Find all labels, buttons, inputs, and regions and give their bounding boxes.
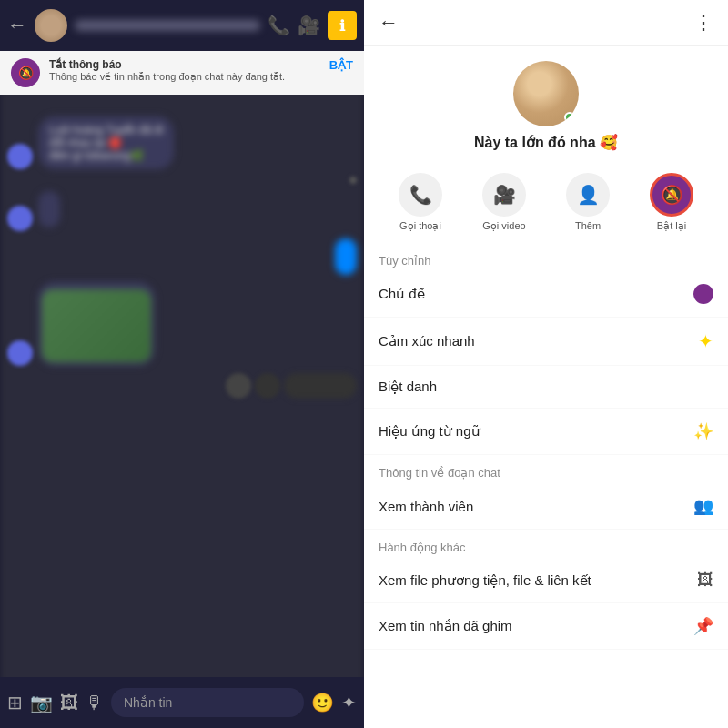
add-icon-circle: 👤: [566, 173, 610, 217]
call-icon: 📞: [410, 184, 432, 206]
xem-tv-label: Xem thành viên: [379, 499, 473, 514]
notif-desc: Thông báo về tin nhắn trong đoạn chat nà…: [49, 71, 320, 83]
menu-item-xem-tv[interactable]: Xem thành viên 👥: [364, 483, 728, 530]
message-bubble-3: [7, 238, 357, 275]
profile-name: Này ta lớn đó nha 🥰: [474, 134, 618, 151]
xem-file-label: Xem file phương tiện, file & liên kết: [379, 572, 592, 589]
info-button[interactable]: ℹ: [328, 11, 357, 40]
photo-icon[interactable]: 🖼: [60, 693, 78, 713]
info-label: ℹ: [339, 17, 345, 35]
input-placeholder: Nhắn tin: [124, 695, 172, 710]
top-bar-left: ← 📞 🎥 ℹ: [0, 0, 364, 51]
bubble-text: Luôi hoàng Tuyển đã điđổi nhau lại 🔴điên…: [38, 116, 174, 169]
camera-icon[interactable]: 📷: [30, 692, 53, 713]
people-icon: 👥: [693, 496, 713, 516]
top-icons: 📞 🎥 ℹ: [268, 11, 357, 40]
notif-icon: 🔕: [11, 58, 40, 87]
purple-dot-icon: [693, 284, 713, 304]
image-icon: 🖼: [697, 571, 713, 590]
mute-icon-circle: 🔕: [650, 173, 693, 217]
menu-item-chu-de[interactable]: Chủ đề: [364, 271, 728, 318]
add-person-icon: 👤: [577, 184, 600, 206]
video-icon: 🎥: [493, 184, 516, 206]
bottom-bar: ⊞ 📷 🖼 🎙 Nhắn tin 🙂 ✦: [0, 677, 364, 728]
online-indicator: [564, 112, 575, 123]
profile-avatar: [513, 61, 579, 126]
contact-avatar: [35, 9, 67, 42]
right-back-button[interactable]: ←: [379, 11, 399, 35]
video-icon[interactable]: 🎥: [298, 15, 320, 36]
menu-item-cam-xuc[interactable]: Cảm xúc nhanh ✦: [364, 318, 728, 366]
mute-action-button[interactable]: 🔕 Bật lại: [650, 173, 693, 232]
back-button[interactable]: ←: [7, 14, 27, 37]
chu-de-label: Chủ đề: [379, 286, 425, 302]
message-bubble: Luôi hoàng Tuyển đã điđổi nhau lại 🔴điên…: [7, 116, 357, 169]
section-header-hanh-dong: Hành động khác: [364, 530, 728, 558]
message-bubble-4: [7, 282, 357, 366]
notif-title: Tắt thông báo: [49, 58, 320, 71]
right-panel: ← ⋮ Này ta lớn đó nha 🥰 📞 Gọi thoại 🎥 Gọ…: [364, 0, 728, 728]
emoji-button[interactable]: 🙂: [311, 692, 334, 713]
add-label: Thêm: [575, 220, 601, 231]
notification-bar: 🔕 Tắt thông báo Thông báo về tin nhắn tr…: [0, 51, 364, 95]
mute-icon: 🔕: [661, 184, 683, 206]
menu-item-xem-ghim[interactable]: Xem tin nhắn đã ghim 📌: [364, 603, 728, 650]
profile-section: Này ta lớn đó nha 🥰: [364, 46, 728, 162]
message-bubble-2: [7, 191, 357, 231]
video-icon-circle: 🎥: [482, 173, 526, 217]
call-label: Gọi thoại: [399, 220, 441, 232]
word-effect-icon: ✨: [693, 421, 713, 441]
right-top-bar: ← ⋮: [364, 0, 728, 46]
left-panel: ← 📞 🎥 ℹ 🔕 Tắt thông báo Thông báo về tin…: [0, 0, 364, 728]
video-action-button[interactable]: 🎥 Gọi video: [482, 173, 526, 232]
notif-toggle-button[interactable]: BẬT: [329, 58, 353, 72]
hieu-ung-label: Hiệu ứng từ ngữ: [379, 423, 480, 440]
action-buttons: 📞 Gọi thoại 🎥 Gọi video 👤 Thêm 🔕 Bật lại: [364, 162, 728, 243]
cam-xuc-label: Cảm xúc nhanh: [379, 333, 475, 349]
add-action-button[interactable]: 👤 Thêm: [566, 173, 610, 232]
mute-label: Bật lại: [657, 220, 686, 232]
notif-text: Tắt thông báo Thông báo về tin nhắn tron…: [49, 58, 320, 83]
menu-item-hieu-ung[interactable]: Hiệu ứng từ ngữ ✨: [364, 409, 728, 455]
call-action-button[interactable]: 📞 Gọi thoại: [399, 173, 442, 232]
chat-area: Luôi hoàng Tuyển đã điđổi nhau lại 🔴điên…: [0, 109, 364, 677]
video-label: Gọi video: [482, 220, 525, 232]
section-header-thong-tin: Thông tin về đoạn chat: [364, 455, 728, 483]
sparkle-button[interactable]: ✦: [341, 692, 357, 713]
sparkle-icon: ✦: [698, 330, 713, 352]
mic-icon[interactable]: 🎙: [86, 693, 104, 713]
menu-item-xem-file[interactable]: Xem file phương tiện, file & liên kết 🖼: [364, 558, 728, 603]
message-input[interactable]: Nhắn tin: [111, 688, 304, 717]
contact-name-blur: [75, 20, 260, 31]
right-more-button[interactable]: ⋮: [693, 11, 713, 35]
section-header-tuy-chinh: Tùy chỉnh: [364, 243, 728, 271]
menu-item-biet-danh[interactable]: Biệt danh: [364, 366, 728, 409]
grid-icon[interactable]: ⊞: [7, 692, 23, 713]
xem-ghim-label: Xem tin nhắn đã ghim: [379, 618, 512, 634]
biet-danh-label: Biệt danh: [379, 379, 437, 395]
call-icon-circle: 📞: [399, 173, 442, 217]
call-icon[interactable]: 📞: [268, 15, 290, 36]
pin-icon: 📌: [693, 616, 713, 636]
